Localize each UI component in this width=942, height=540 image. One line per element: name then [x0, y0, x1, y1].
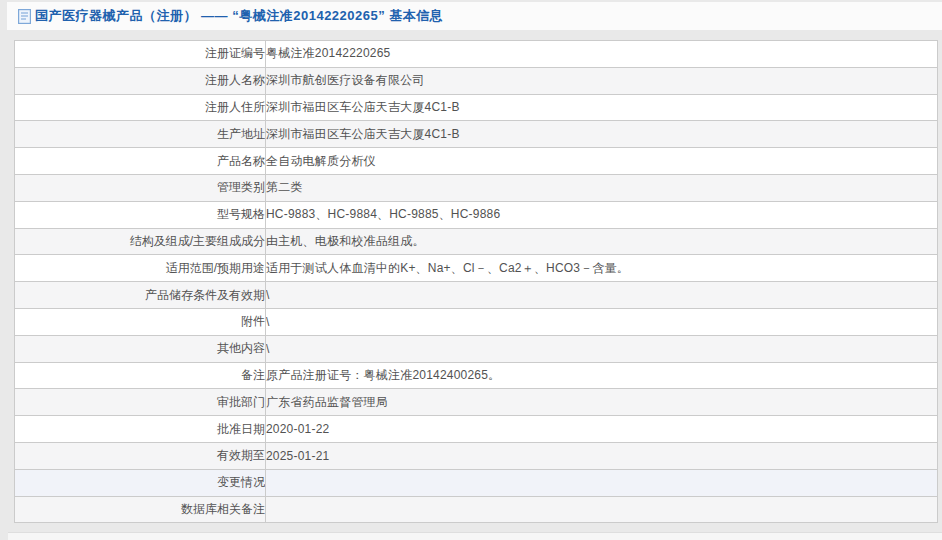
- table-row: 注册人住所 深圳市福田区车公庙天吉大厦4C1-B: [15, 94, 938, 121]
- table-row: 批准日期 2020-01-22: [15, 416, 938, 443]
- field-label: 型号规格: [15, 201, 266, 228]
- table-row: 数据库相关备注: [15, 496, 938, 523]
- table-row: 管理类别 第二类: [15, 174, 938, 201]
- field-value: 适用于测试人体血清中的K+、Na+、Cl－、Ca2＋、HCO3－含量。: [266, 255, 938, 282]
- table-row: 变更情况: [15, 469, 938, 496]
- field-value: \: [266, 308, 938, 335]
- field-label: 变更情况: [15, 469, 266, 496]
- field-label: 其他内容: [15, 335, 266, 362]
- field-value: 2025-01-21: [266, 442, 938, 469]
- table-row: 其他内容 \: [15, 335, 938, 362]
- field-value: 深圳市福田区车公庙天吉大厦4C1-B: [266, 121, 938, 148]
- field-value: [266, 469, 938, 496]
- field-label: 注册证编号: [15, 41, 266, 68]
- field-label: 管理类别: [15, 174, 266, 201]
- field-label: 备注: [15, 362, 266, 389]
- field-value: 由主机、电极和校准品组成。: [266, 228, 938, 255]
- document-icon: [18, 9, 31, 24]
- field-label: 产品名称: [15, 148, 266, 175]
- table-row: 附件 \: [15, 308, 938, 335]
- field-value: [266, 496, 938, 523]
- field-label: 注册人住所: [15, 94, 266, 121]
- field-label: 结构及组成/主要组成成分: [15, 228, 266, 255]
- field-value: \: [266, 282, 938, 309]
- table-row: 审批部门 广东省药品监督管理局: [15, 389, 938, 416]
- page: { "page": { "title": "国产医疗器械产品（注册） —— “粤…: [0, 0, 942, 540]
- table-row: 产品名称 全自动电解质分析仪: [15, 148, 938, 175]
- field-value: 广东省药品监督管理局: [266, 389, 938, 416]
- field-value: 原产品注册证号：粤械注准20142400265。: [266, 362, 938, 389]
- field-value: HC-9883、HC-9884、HC-9885、HC-9886: [266, 201, 938, 228]
- field-label: 批准日期: [15, 416, 266, 443]
- field-label: 生产地址: [15, 121, 266, 148]
- field-label: 产品储存条件及有效期: [15, 282, 266, 309]
- table-row: 产品储存条件及有效期 \: [15, 282, 938, 309]
- field-value: 粤械注准20142220265: [266, 41, 938, 68]
- field-value: 深圳市航创医疗设备有限公司: [266, 67, 938, 94]
- footer-panel-top: [8, 532, 942, 540]
- table-row: 适用范围/预期用途 适用于测试人体血清中的K+、Na+、Cl－、Ca2＋、HCO…: [15, 255, 938, 282]
- table-row: 备注 原产品注册证号：粤械注准20142400265。: [15, 362, 938, 389]
- field-value: \: [266, 335, 938, 362]
- table-row: 注册证编号 粤械注准20142220265: [15, 41, 938, 68]
- page-title: 国产医疗器械产品（注册） —— “粤械注准20142220265” 基本信息: [35, 7, 443, 25]
- table-row: 有效期至 2025-01-21: [15, 442, 938, 469]
- field-label: 注册人名称: [15, 67, 266, 94]
- table-row: 型号规格 HC-9883、HC-9884、HC-9885、HC-9886: [15, 201, 938, 228]
- field-value: 第二类: [266, 174, 938, 201]
- field-value: 2020-01-22: [266, 416, 938, 443]
- info-table-container: 注册证编号 粤械注准20142220265 注册人名称 深圳市航创医疗设备有限公…: [14, 40, 938, 523]
- field-value: 全自动电解质分析仪: [266, 148, 938, 175]
- header-bar: 国产医疗器械产品（注册） —— “粤械注准20142220265” 基本信息: [7, 2, 942, 30]
- field-label: 数据库相关备注: [15, 496, 266, 523]
- table-row: 生产地址 深圳市福田区车公庙天吉大厦4C1-B: [15, 121, 938, 148]
- table-row: 注册人名称 深圳市航创医疗设备有限公司: [15, 67, 938, 94]
- field-label: 有效期至: [15, 442, 266, 469]
- info-table: 注册证编号 粤械注准20142220265 注册人名称 深圳市航创医疗设备有限公…: [14, 40, 938, 523]
- field-label: 附件: [15, 308, 266, 335]
- field-label: 审批部门: [15, 389, 266, 416]
- table-row: 结构及组成/主要组成成分 由主机、电极和校准品组成。: [15, 228, 938, 255]
- field-label: 适用范围/预期用途: [15, 255, 266, 282]
- field-value: 深圳市福田区车公庙天吉大厦4C1-B: [266, 94, 938, 121]
